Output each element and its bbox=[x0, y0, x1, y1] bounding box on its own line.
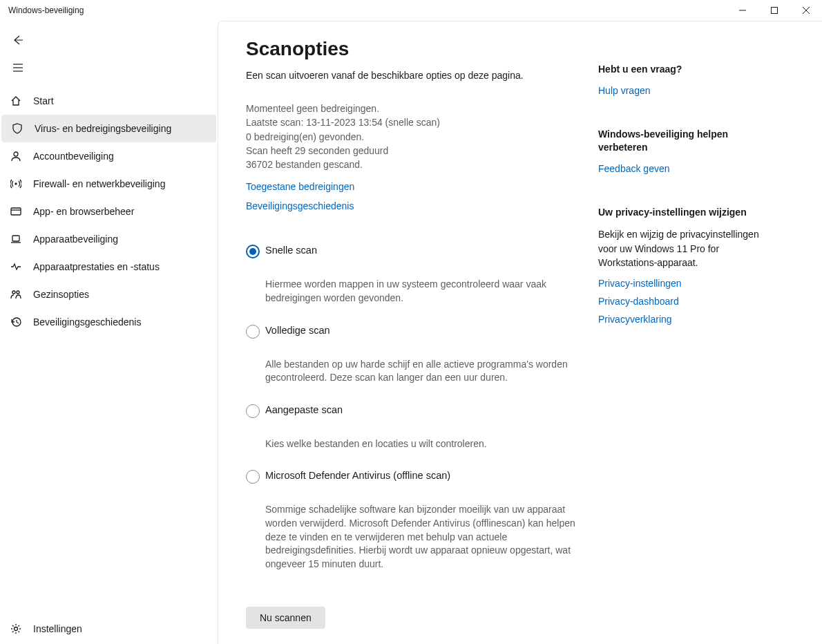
person-icon bbox=[10, 150, 22, 162]
sidebar-item-label: Gezinsopties bbox=[33, 289, 89, 300]
status-block: Momenteel geen bedreigingen. Laatste sca… bbox=[246, 102, 584, 171]
svg-point-16 bbox=[15, 627, 18, 631]
link-privacy-settings[interactable]: Privacy-instellingen bbox=[598, 278, 778, 289]
sidebar-item-history[interactable]: Beveiligingsgeschiedenis bbox=[0, 308, 218, 336]
sidebar-item-label: App- en browserbeheer bbox=[33, 206, 134, 217]
sidebar-item-settings[interactable]: Instellingen bbox=[0, 615, 218, 643]
radio-wrap-quick: Snelle scan Hiermee worden mappen in uw … bbox=[246, 245, 584, 305]
sidebar-item-firewall[interactable]: Firewall- en netwerkbeveiliging bbox=[0, 170, 218, 198]
scan-now-button[interactable]: Nu scannen bbox=[246, 607, 325, 629]
radio-full-scan[interactable]: Volledige scan bbox=[246, 325, 584, 339]
svg-point-8 bbox=[15, 183, 17, 184]
sidebar-item-label: Firewall- en netwerkbeveiliging bbox=[33, 178, 165, 189]
status-line: 36702 bestanden gescand. bbox=[246, 158, 584, 171]
side-improve: Windows-beveiliging helpen verbeteren Fe… bbox=[598, 128, 778, 174]
svg-rect-9 bbox=[11, 208, 21, 215]
radio-quick-scan[interactable]: Snelle scan bbox=[246, 245, 584, 258]
radio-desc: Hiermee worden mappen in uw systeem geco… bbox=[265, 278, 584, 305]
svg-point-14 bbox=[17, 291, 19, 294]
radio-offline-scan[interactable]: Microsoft Defender Antivirus (offline sc… bbox=[246, 470, 584, 484]
radio-desc: Kies welke bestanden en locaties u wilt … bbox=[265, 437, 584, 451]
content-area: Scanopties Een scan uitvoeren vanaf de b… bbox=[218, 21, 822, 644]
radio-custom-scan[interactable]: Aangepaste scan bbox=[246, 404, 584, 418]
sidebar-item-label: Start bbox=[33, 95, 54, 106]
people-icon bbox=[10, 288, 22, 301]
page-subtitle: Een scan uitvoeren vanaf de beschikbare … bbox=[246, 70, 584, 81]
minimize-button[interactable] bbox=[727, 0, 758, 21]
history-icon bbox=[10, 316, 22, 328]
radio-wrap-custom: Aangepaste scan Kies welke bestanden en … bbox=[246, 404, 584, 451]
antenna-icon bbox=[10, 178, 22, 190]
svg-point-7 bbox=[14, 152, 18, 156]
link-allowed-threats[interactable]: Toegestane bedreigingen bbox=[246, 181, 584, 192]
sidebar-item-label: Beveiligingsgeschiedenis bbox=[33, 316, 141, 328]
maximize-button[interactable] bbox=[758, 0, 790, 21]
sidebar-item-device-health[interactable]: Apparaatprestaties en -status bbox=[0, 253, 218, 281]
sidebar-bottom: Instellingen bbox=[0, 615, 218, 644]
hamburger-button[interactable] bbox=[4, 54, 32, 82]
window-controls bbox=[727, 0, 822, 21]
link-privacy-dashboard[interactable]: Privacy-dashboard bbox=[598, 296, 778, 307]
radio-wrap-full: Volledige scan Alle bestanden op uw hard… bbox=[246, 325, 584, 385]
radio-label: Snelle scan bbox=[265, 245, 317, 256]
sidebar-item-label: Apparaatbeveiliging bbox=[33, 234, 118, 245]
radio-indicator bbox=[246, 325, 260, 339]
sidebar-item-label: Accountbeveiliging bbox=[33, 151, 114, 162]
radio-wrap-offline: Microsoft Defender Antivirus (offline sc… bbox=[246, 470, 584, 571]
link-protection-history[interactable]: Beveiligingsgeschiedenis bbox=[246, 200, 584, 211]
side-privacy: Uw privacy-instellingen wijzigen Bekijk … bbox=[598, 206, 778, 325]
radio-desc: Alle bestanden op uw harde schijf en all… bbox=[265, 358, 584, 385]
link-give-feedback[interactable]: Feedback geven bbox=[598, 163, 778, 174]
svg-rect-11 bbox=[12, 236, 19, 241]
side-heading: Uw privacy-instellingen wijzigen bbox=[598, 206, 778, 220]
radio-desc: Sommige schadelijke software kan bijzond… bbox=[265, 503, 584, 571]
content-main: Scanopties Een scan uitvoeren vanaf de b… bbox=[246, 38, 598, 644]
sidebar-item-app-browser[interactable]: App- en browserbeheer bbox=[0, 198, 218, 225]
heart-icon bbox=[10, 261, 22, 273]
gear-icon bbox=[10, 623, 22, 635]
radio-indicator bbox=[246, 470, 260, 484]
radio-indicator bbox=[246, 245, 260, 258]
radio-label: Aangepaste scan bbox=[265, 404, 343, 415]
svg-point-13 bbox=[12, 291, 15, 294]
sidebar-top-icons bbox=[0, 26, 218, 82]
side-help: Hebt u een vraag? Hulp vragen bbox=[598, 63, 778, 96]
laptop-icon bbox=[10, 233, 22, 245]
sidebar-item-virus[interactable]: Virus- en bedreigingsbeveiliging bbox=[1, 115, 216, 142]
main-layout: Start Virus- en bedreigingsbeveiliging A… bbox=[0, 21, 822, 644]
radio-label: Volledige scan bbox=[265, 325, 330, 336]
shield-icon bbox=[11, 122, 23, 135]
titlebar: Windows-beveiliging bbox=[0, 0, 822, 21]
side-text: Bekijk en wijzig de privacyinstellingen … bbox=[598, 227, 778, 269]
close-button[interactable] bbox=[790, 0, 822, 21]
side-heading: Hebt u een vraag? bbox=[598, 63, 778, 77]
scan-options: Snelle scan Hiermee worden mappen in uw … bbox=[246, 245, 584, 629]
link-privacy-statement[interactable]: Privacyverklaring bbox=[598, 314, 778, 325]
status-line: Momenteel geen bedreigingen. bbox=[246, 102, 584, 115]
status-line: Laatste scan: 13-11-2023 13:54 (snelle s… bbox=[246, 115, 584, 129]
side-heading: Windows-beveiliging helpen verbeteren bbox=[598, 128, 778, 155]
window-title: Windows-beveiliging bbox=[8, 6, 727, 15]
status-line: Scan heeft 29 seconden geduurd bbox=[246, 144, 584, 158]
sidebar-item-device-security[interactable]: Apparaatbeveiliging bbox=[0, 225, 218, 253]
svg-rect-1 bbox=[772, 8, 778, 14]
sidebar: Start Virus- en bedreigingsbeveiliging A… bbox=[0, 21, 218, 644]
sidebar-item-start[interactable]: Start bbox=[0, 87, 218, 115]
home-icon bbox=[10, 95, 22, 107]
page-title: Scanopties bbox=[246, 38, 584, 60]
status-line: 0 bedreiging(en) gevonden. bbox=[246, 130, 584, 144]
radio-label: Microsoft Defender Antivirus (offline sc… bbox=[265, 470, 450, 481]
sidebar-item-account[interactable]: Accountbeveiliging bbox=[0, 142, 218, 170]
window-icon bbox=[10, 205, 22, 218]
sidebar-items: Start Virus- en bedreigingsbeveiliging A… bbox=[0, 87, 218, 615]
sidebar-item-family[interactable]: Gezinsopties bbox=[0, 281, 218, 308]
content-side: Hebt u een vraag? Hulp vragen Windows-be… bbox=[598, 38, 778, 644]
sidebar-item-label: Apparaatprestaties en -status bbox=[33, 261, 160, 272]
radio-indicator bbox=[246, 404, 260, 418]
back-button[interactable] bbox=[4, 26, 32, 54]
link-get-help[interactable]: Hulp vragen bbox=[598, 85, 778, 96]
sidebar-item-label: Virus- en bedreigingsbeveiliging bbox=[35, 123, 171, 134]
sidebar-item-label: Instellingen bbox=[33, 623, 82, 634]
